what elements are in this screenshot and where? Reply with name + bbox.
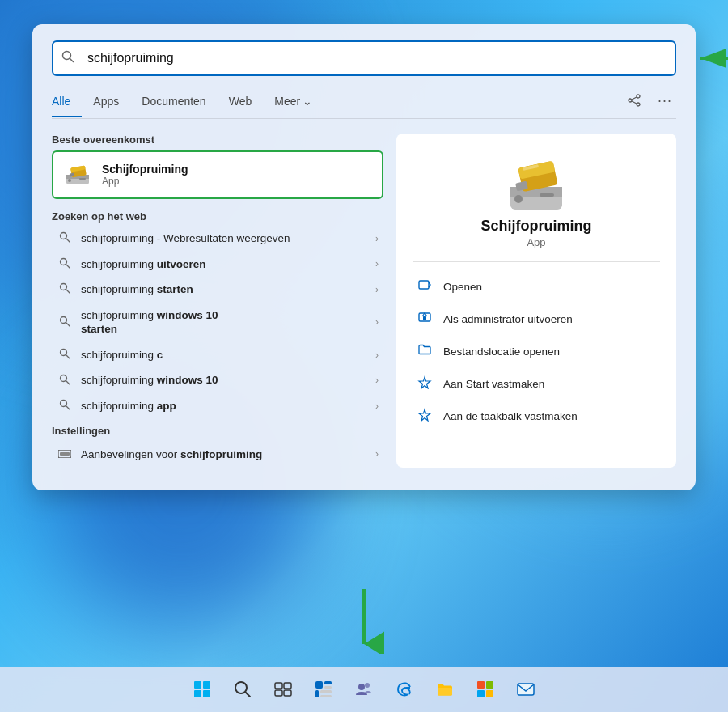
svg-point-35 — [514, 195, 523, 203]
svg-line-29 — [66, 406, 70, 409]
action-open[interactable]: Openen — [413, 270, 660, 303]
action-admin[interactable]: Als administrator uitvoeren — [413, 303, 660, 335]
search-web-icon-2 — [57, 282, 73, 296]
taskbar-edge[interactable] — [387, 672, 422, 707]
action-file-location[interactable]: Bestandslocatie openen — [413, 335, 660, 367]
web-item-4[interactable]: schijfopruiming c › — [52, 342, 383, 368]
search-web-icon-3 — [57, 316, 73, 329]
svg-rect-31 — [60, 452, 70, 456]
svg-line-17 — [66, 239, 70, 242]
svg-rect-56 — [324, 681, 332, 684]
taskbar-mail[interactable] — [508, 672, 544, 707]
green-arrow-down — [344, 589, 384, 657]
web-item-0[interactable]: schijfopruiming - Webresultaten weergeve… — [52, 226, 383, 252]
action-pin-start[interactable]: Aan Start vastmaken — [413, 367, 660, 400]
app-preview-name: Schijfopruiming — [481, 218, 592, 235]
web-item-arrow-4: › — [375, 350, 379, 361]
app-detail-divider — [413, 261, 660, 262]
svg-line-25 — [66, 355, 70, 358]
taskbar-taskview[interactable] — [265, 672, 301, 707]
web-item-3[interactable]: schijfopruiming windows 10starten › — [52, 303, 383, 342]
svg-point-5 — [637, 103, 640, 106]
web-item-6[interactable]: schijfopruiming app › — [52, 393, 383, 419]
settings-item-text-0: Aanbevelingen voor schijfopruiming — [81, 448, 367, 460]
svg-rect-42 — [423, 316, 426, 320]
web-item-arrow-5: › — [375, 375, 379, 386]
taskbar-search[interactable] — [225, 672, 260, 707]
tab-meer[interactable]: Meer ⌄ — [263, 91, 324, 117]
svg-rect-40 — [419, 281, 429, 289]
search-icon — [61, 50, 74, 66]
taskbar-store[interactable] — [468, 672, 503, 707]
search-web-icon-0 — [57, 231, 73, 245]
start-button[interactable] — [184, 672, 220, 707]
web-item-arrow-1: › — [375, 258, 379, 269]
web-item-text-2: schijfopruiming starten — [81, 282, 367, 297]
svg-line-1 — [70, 59, 74, 62]
pin-taskbar-icon — [416, 407, 434, 425]
svg-rect-34 — [540, 193, 554, 197]
app-detail-panel: Schijfopruiming App Openen — [396, 134, 676, 468]
svg-rect-53 — [275, 690, 282, 696]
tab-apps[interactable]: Apps — [82, 91, 130, 117]
web-item-text-5: schijfopruiming windows 10 — [81, 373, 367, 388]
web-item-5[interactable]: schijfopruiming windows 10 › — [52, 367, 383, 393]
best-match-item[interactable]: Schijfopruiming App — [52, 150, 383, 199]
settings-item-0[interactable]: Aanbevelingen voor schijfopruiming › — [52, 440, 383, 468]
web-item-text-1: schijfopruiming uitvoeren — [81, 257, 367, 272]
pin-start-icon — [416, 375, 434, 392]
svg-point-62 — [365, 683, 370, 688]
taskbar-teams[interactable] — [346, 672, 382, 707]
open-icon — [416, 278, 434, 295]
svg-rect-47 — [194, 690, 201, 697]
web-item-1[interactable]: schijfopruiming uitvoeren › — [52, 252, 383, 278]
settings-icon-0 — [57, 447, 73, 461]
svg-point-61 — [358, 684, 365, 690]
filter-tabs: Alle Apps Documenten Web Meer ⌄ ··· — [52, 89, 676, 119]
taskbar-widgets[interactable] — [306, 672, 341, 707]
action-pin-taskbar[interactable]: Aan de taakbalk vastmaken — [413, 400, 660, 432]
taskbar-explorer[interactable] — [427, 672, 463, 707]
svg-point-16 — [61, 233, 67, 239]
svg-line-19 — [66, 265, 70, 268]
tab-web[interactable]: Web — [218, 91, 264, 117]
svg-point-22 — [61, 316, 67, 323]
best-match-name: Schijfopruiming — [102, 163, 188, 176]
svg-rect-63 — [438, 688, 452, 696]
left-panel: Beste overeenkomst Schijfopruiming — [52, 134, 383, 468]
green-arrow-left — [692, 44, 728, 73]
web-item-arrow-6: › — [375, 400, 379, 412]
taskbar — [0, 667, 728, 712]
action-file-label: Bestandslocatie openen — [443, 345, 560, 358]
search-web-icon-5 — [57, 374, 73, 388]
share-icon[interactable] — [623, 89, 645, 112]
tab-alle[interactable]: Alle — [52, 91, 82, 117]
web-item-arrow-2: › — [375, 284, 379, 295]
svg-point-24 — [61, 350, 67, 356]
web-item-arrow-3: › — [375, 316, 379, 328]
action-open-label: Openen — [443, 281, 482, 293]
more-options-icon[interactable]: ··· — [654, 89, 676, 112]
svg-line-23 — [66, 323, 70, 326]
svg-rect-67 — [486, 690, 493, 697]
svg-rect-51 — [275, 683, 282, 689]
svg-rect-55 — [315, 681, 323, 689]
best-match-info: Schijfopruiming App — [102, 163, 188, 187]
app-preview-type: App — [527, 236, 545, 248]
svg-point-26 — [61, 375, 67, 381]
search-input[interactable] — [52, 40, 676, 76]
web-item-2[interactable]: schijfopruiming starten › — [52, 277, 383, 303]
web-section-label: Zoeken op het web — [52, 210, 383, 222]
web-item-text-6: schijfopruiming app — [81, 399, 367, 413]
svg-rect-57 — [324, 686, 332, 689]
svg-rect-64 — [477, 681, 485, 689]
admin-icon — [416, 310, 434, 328]
svg-rect-52 — [284, 683, 291, 689]
svg-line-8 — [632, 101, 637, 104]
search-web-icon-1 — [57, 257, 73, 271]
search-web-icon-6 — [57, 399, 73, 413]
tab-documenten[interactable]: Documenten — [130, 91, 217, 117]
schijfopruiming-icon-large — [504, 153, 569, 218]
action-admin-label: Als administrator uitvoeren — [443, 313, 573, 325]
svg-rect-65 — [486, 681, 493, 689]
